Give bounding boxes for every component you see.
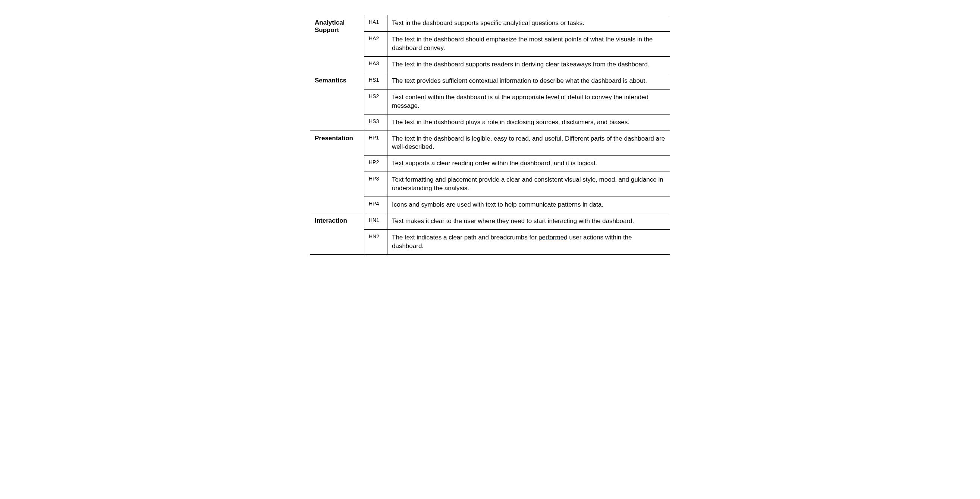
category-cell: Presentation — [310, 130, 364, 213]
code-cell: HN2 — [364, 230, 387, 255]
code-cell: HN1 — [364, 213, 387, 230]
desc-cell: Icons and symbols are used with text to … — [387, 197, 670, 213]
table-row: HP2 Text supports a clear reading order … — [310, 156, 670, 172]
code-cell: HS2 — [364, 89, 387, 114]
code-cell: HP3 — [364, 172, 387, 197]
desc-cell: Text formatting and placement provide a … — [387, 172, 670, 197]
table-row: Analytical Support HA1 Text in the dashb… — [310, 15, 670, 32]
table-row: HA3 The text in the dashboard supports r… — [310, 56, 670, 73]
code-cell: HP1 — [364, 130, 387, 156]
desc-cell: Text makes it clear to the user where th… — [387, 213, 670, 230]
table-row: HP3 Text formatting and placement provid… — [310, 172, 670, 197]
heuristics-table-container: Analytical Support HA1 Text in the dashb… — [310, 15, 670, 255]
table-row: HS2 Text content within the dashboard is… — [310, 89, 670, 114]
table-row: HP4 Icons and symbols are used with text… — [310, 197, 670, 213]
table-row: Interaction HN1 Text makes it clear to t… — [310, 213, 670, 230]
desc-cell: The text in the dashboard supports reade… — [387, 56, 670, 73]
desc-cell: The text in the dashboard should emphasi… — [387, 31, 670, 56]
table-row: Semantics HS1 The text provides sufficie… — [310, 73, 670, 89]
code-cell: HA2 — [364, 31, 387, 56]
category-cell: Analytical Support — [310, 15, 364, 73]
desc-cell: The text provides sufficient contextual … — [387, 73, 670, 89]
table-row: HN2 The text indicates a clear path and … — [310, 230, 670, 255]
desc-text-underlined: performed — [538, 234, 567, 241]
table-row: HA2 The text in the dashboard should emp… — [310, 31, 670, 56]
desc-text-prefix: The text indicates a clear path and brea… — [392, 234, 538, 241]
desc-cell: Text supports a clear reading order with… — [387, 156, 670, 172]
code-cell: HS1 — [364, 73, 387, 89]
desc-cell: The text in the dashboard is legible, ea… — [387, 130, 670, 156]
code-cell: HP2 — [364, 156, 387, 172]
category-cell: Interaction — [310, 213, 364, 255]
category-cell: Semantics — [310, 73, 364, 130]
desc-cell: The text in the dashboard plays a role i… — [387, 114, 670, 130]
desc-cell: Text in the dashboard supports specific … — [387, 15, 670, 32]
heuristics-table: Analytical Support HA1 Text in the dashb… — [310, 15, 670, 255]
code-cell: HA1 — [364, 15, 387, 32]
code-cell: HS3 — [364, 114, 387, 130]
table-row: Presentation HP1 The text in the dashboa… — [310, 130, 670, 156]
desc-cell: The text indicates a clear path and brea… — [387, 230, 670, 255]
desc-cell: Text content within the dashboard is at … — [387, 89, 670, 114]
code-cell: HP4 — [364, 197, 387, 213]
table-row: HS3 The text in the dashboard plays a ro… — [310, 114, 670, 130]
code-cell: HA3 — [364, 56, 387, 73]
